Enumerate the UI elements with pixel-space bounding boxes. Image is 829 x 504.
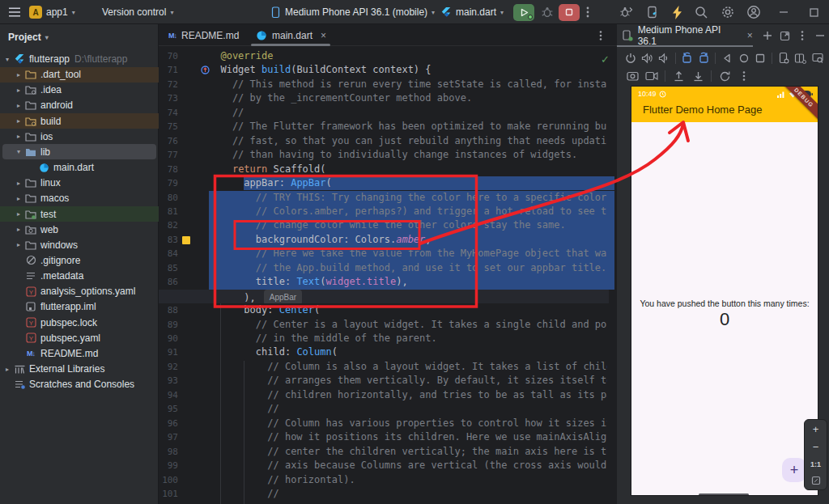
code-line-70[interactable]: @override [209,49,607,63]
code-line-93[interactable]: // arranges them vertically. By default,… [209,374,607,388]
sidebar-item-ios[interactable]: ▸ios [0,129,159,144]
android-home-button[interactable] [737,49,751,67]
screenshot-button[interactable] [623,67,641,85]
menu-icon[interactable] [8,0,21,24]
profile-button[interactable] [746,0,761,24]
code-line-92[interactable]: // Column is also a layout widget. It ta… [209,360,607,374]
rotate-right-button[interactable] [696,49,711,67]
code-line-79[interactable]: appBar: AppBar( [209,176,607,190]
sidebar-item-flutterapp[interactable]: ▾flutterappD:\flutterapp [0,52,159,67]
hot-reload-button[interactable] [672,0,682,24]
fit-to-window-icon[interactable] [811,476,821,485]
hide-panel-button[interactable] [811,27,829,44]
maximize-window-button[interactable] [810,0,818,24]
code-line-101[interactable]: // [209,487,607,501]
sidebar-item-lib[interactable]: ▾lib [0,144,159,159]
sidebar-item-web[interactable]: ▸web [0,222,159,237]
device-settings-button[interactable] [776,49,791,67]
add-device-button[interactable] [759,27,776,44]
volume-up-button[interactable] [640,49,654,67]
record-screen-button[interactable] [643,67,661,85]
sidebar-item-analysis-options-yaml[interactable]: Yanalysis_options.yaml [0,284,159,299]
code-line-81[interactable]: // Colors.amber, perhaps?) and trigger a… [209,205,607,218]
zoom-reset-button[interactable]: 1:1 [810,460,821,468]
code-line-91[interactable]: child: Column( [209,345,607,359]
sidebar-item-linux[interactable]: ▸linux [0,176,159,191]
code-line-95[interactable]: // [209,402,607,416]
rotate-left-button[interactable] [680,49,695,67]
more-options-button[interactable] [735,67,753,85]
gutter-color-preview[interactable] [182,236,190,244]
project-view-selector[interactable]: Project ▾ [8,29,49,45]
sidebar-item-macos[interactable]: ▸macos [0,191,159,206]
sidebar-item-android[interactable]: ▸android [0,98,159,113]
sidebar-item-main-dart[interactable]: main.dart [0,160,159,176]
device-mirror-screen[interactable]: 10:49 Flutter Demo Home Page DEBUG You h… [631,87,818,495]
sidebar-item-flutterapp-iml[interactable]: flutterapp.iml [0,299,159,315]
tab-main-dart[interactable]: main.dart × [256,24,326,46]
code-line-71[interactable]: Widget build(BuildContext context) { [209,63,607,77]
code-area[interactable]: 7071727374757677787980818283848586878889… [159,49,617,504]
code-line-87[interactable]: ),AppBar [209,290,607,303]
minimize-window-button[interactable] [779,0,789,24]
android-back-button[interactable] [720,49,734,67]
run-config-selector[interactable]: main.dart ▾ [440,0,504,24]
increment-fab[interactable]: + [782,458,806,482]
sidebar-item--metadata[interactable]: .metadata [0,269,159,284]
device-selector[interactable]: Medium Phone API 36.1 (mobile) ▾ [270,0,435,24]
code-line-97[interactable]: // how it positions its children. Here w… [209,430,607,444]
device-tab-label[interactable]: Medium Phone API 36.1 [638,24,742,47]
code-line-76[interactable]: // fast, so that you can just rebuild an… [209,134,607,148]
sidebar-item--gitignore[interactable]: .gitignore [0,252,159,268]
code-line-86[interactable]: title: Text(widget.title), [209,275,607,289]
screen-search-button[interactable] [811,49,826,67]
code-line-72[interactable]: // This method is rerun every time setSt… [209,78,607,91]
close-icon[interactable]: × [321,30,326,41]
tab-readme[interactable]: M↓ README.md [168,24,239,46]
panel-options-button[interactable] [794,27,812,44]
project-widget[interactable]: A app1 ▾ [29,0,75,24]
sidebar-item-scratches-and-consoles[interactable]: Scratches and Consoles [0,377,159,392]
run-button[interactable] [513,0,534,24]
sidebar-item--idea[interactable]: ▸.idea [0,83,159,98]
search-everywhere-button[interactable] [695,0,708,24]
version-control-widget[interactable]: Version control ▾ [102,0,173,24]
upload-button[interactable] [670,67,687,85]
zoom-in-button[interactable]: + [813,424,819,434]
debug-button[interactable] [541,0,554,24]
zoom-out-button[interactable]: − [813,442,819,452]
code-line-73[interactable]: // by the _incrementCounter method above… [209,91,607,105]
download-button[interactable] [689,67,707,85]
navigation-handle[interactable] [699,493,749,495]
code-line-80[interactable]: // TRY THIS: Try changing the color here… [209,191,607,205]
code-line-96[interactable]: // Column has various properties to cont… [209,417,607,430]
code-line-90[interactable]: // in the middle of the parent. [209,332,607,345]
power-button[interactable] [623,49,638,67]
code-line-88[interactable]: body: Center( [209,303,607,317]
sidebar-item-pubspec-yaml[interactable]: Ypubspec.yaml [0,330,159,345]
sidebar-item-windows[interactable]: ▸windows [0,237,159,252]
code-line-100[interactable]: // horizontal). [209,473,607,487]
sidebar-item--dart-tool[interactable]: ▸.dart_tool [0,67,159,83]
android-overview-button[interactable] [753,49,767,67]
sidebar-item-pubspec-lock[interactable]: Ypubspec.lock [0,315,159,330]
sidebar-item-build[interactable]: ▸build [0,113,159,129]
code-line-98[interactable]: // center the children vertically; the m… [209,445,607,459]
code-line-84[interactable]: // Here we take the value from the MyHom… [209,247,607,260]
settings-button[interactable] [721,0,735,24]
fold-device-button[interactable] [793,49,807,67]
attach-debugger-button[interactable] [619,0,633,24]
editor-more-button[interactable] [599,24,602,46]
code-line-75[interactable]: // The Flutter framework has been optimi… [209,120,607,133]
code-line-83[interactable]: backgroundColor: Colors.amber, [209,233,607,247]
code-line-74[interactable]: // [209,106,607,120]
code-line-85[interactable]: // the App.build method, and use it to s… [209,261,607,275]
close-icon[interactable]: × [741,27,759,44]
code-line-99[interactable]: // axis because Columns are vertical (th… [209,459,607,472]
code-line-77[interactable]: // than having to individually change in… [209,148,607,162]
sidebar-item-test[interactable]: ▸test [0,206,159,222]
device-manager-button[interactable] [646,0,659,24]
code-line-94[interactable]: // children horizontally, and tries to b… [209,388,607,402]
code-line-82[interactable]: // change color while the other colors s… [209,218,607,232]
volume-down-button[interactable] [657,49,671,67]
